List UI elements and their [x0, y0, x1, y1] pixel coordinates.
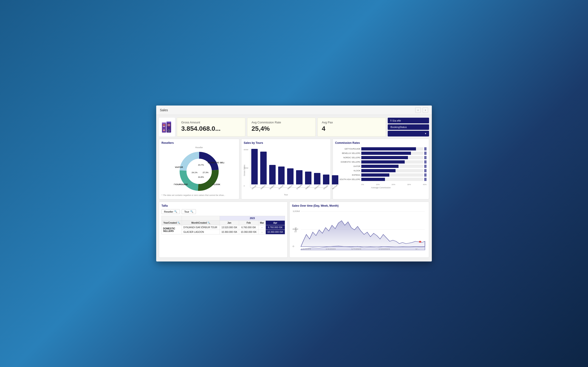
- jan-cell-2: 10.360.000 ISK: [220, 230, 239, 234]
- hbar-track: [361, 160, 423, 164]
- hbar-dot: [424, 165, 426, 168]
- hbar-fill: [361, 173, 389, 177]
- col-filter-year[interactable]: YearCreated 🔍: [162, 221, 182, 225]
- svg-rect-1: [162, 123, 166, 124]
- col-jan: Jan: [220, 221, 239, 225]
- hbar-row: BENELUX SELLERS: [335, 152, 426, 155]
- bar: [251, 149, 258, 184]
- hbar-dot: [424, 147, 426, 150]
- search-icon-reseller: 🔍: [174, 210, 177, 213]
- sia-eftir-label: Sía eftir: [392, 119, 401, 122]
- col-filter-month[interactable]: MonthCreated 🔍: [182, 221, 220, 225]
- bar: [260, 152, 267, 184]
- gross-amount-value: 3.854.068.0...: [181, 125, 241, 132]
- bar-col: GLACIER L...: [277, 149, 285, 187]
- table-row: DOMESTICSELLERS DYNJANDI ISAFJÖRÐUR TOUR…: [162, 225, 285, 230]
- nav-prev-button[interactable]: ‹: [415, 107, 421, 113]
- col-apr: Apr: [266, 221, 285, 225]
- hbar-row: NORDIC SELLERS: [335, 156, 426, 159]
- svg-text:24.1%: 24.1%: [191, 171, 198, 174]
- bar-col: SOUTH ICE...: [313, 149, 321, 187]
- col-mar: Mar: [258, 221, 266, 225]
- gross-amount-card: Gross Amount 3.854.068.0...: [177, 118, 245, 136]
- svg-rect-8: [167, 124, 170, 124]
- hbar-dot: [424, 152, 426, 155]
- data-table: 2023 YearCreated 🔍 MonthCreated 🔍 Jan Fe…: [162, 216, 285, 234]
- svg-text:1/1/2023: 1/1/2023: [301, 248, 311, 250]
- bar-col: REYKJANE...: [331, 149, 339, 187]
- kpi-filter: ℹ Sía eftir BookingStatus ▾: [388, 118, 429, 136]
- gross-amount-label: Gross Amount: [181, 121, 241, 124]
- table-title: Tafla: [162, 204, 285, 207]
- hbar-row: DOMESTIC SELLERS: [335, 160, 426, 164]
- tour-filter-label: Tour: [184, 210, 189, 213]
- svg-text:DOMESTIC SELL...: DOMESTIC SELL...: [208, 161, 225, 164]
- tour-filter-btn[interactable]: Tour 🔍: [182, 209, 196, 214]
- tour-cell-1: DYNJANDI ISAFJÖRÐUR TOUR: [182, 225, 220, 230]
- filter-dropdown[interactable]: ▾: [388, 131, 429, 136]
- table-filters: Reseller 🔍 Tour 🔍: [162, 209, 285, 214]
- svg-text:Sales: Sales: [294, 227, 297, 232]
- bar: [332, 175, 338, 184]
- bar: [323, 175, 330, 184]
- x-tick-20: 20%: [392, 184, 395, 186]
- jan-cell-1: 13.520.000 ISK: [220, 225, 239, 230]
- resellers-title: Resellers: [162, 141, 237, 144]
- line-chart-svg: 120M 60M 0 Sales: [292, 209, 426, 250]
- bar: [269, 165, 276, 184]
- reseller-filter-btn[interactable]: Reseller 🔍: [162, 209, 180, 214]
- hbar-fill: [361, 169, 396, 172]
- bars-container: GOLDER CI...NORTHER-...SNÆFELLS...GLACIE…: [250, 149, 327, 188]
- bar-col: NORTHER-...: [286, 149, 294, 187]
- reseller-donut-label: Reseller: [162, 146, 237, 149]
- hbar-fill: [361, 160, 405, 164]
- bar-col: GOLDEN CI...: [322, 149, 330, 187]
- svg-text:27.3%: 27.3%: [203, 171, 208, 174]
- resellers-chart-card: Resellers Reseller: [159, 139, 239, 199]
- kpi-icon-block: [159, 118, 175, 136]
- feb-cell-1: 6.760.000 ISK: [239, 225, 258, 230]
- sia-eftir-button[interactable]: ℹ Sía eftir: [388, 118, 429, 123]
- svg-point-12: [168, 130, 169, 131]
- svg-text:120M: 120M: [293, 210, 300, 212]
- avg-commission-value: 25,4%: [251, 125, 311, 132]
- mar-cell-1: -: [258, 225, 266, 230]
- window-title: Sales: [160, 108, 168, 112]
- svg-text:1/4/2023: 1/4/2023: [326, 248, 336, 250]
- hbar-track: [361, 156, 423, 159]
- kpi-row: Gross Amount 3.854.068.0... Avg Commissi…: [159, 118, 429, 136]
- x-tick-0: 0%: [361, 184, 364, 186]
- bar: [287, 168, 294, 184]
- commission-x-label: Average Commission: [335, 186, 426, 189]
- bar-col: NORTHER,...: [304, 149, 312, 187]
- y-tick-800: 800M: [244, 149, 248, 151]
- svg-rect-9: [167, 125, 170, 125]
- tour-cell-2: GLACIER LAGOON: [182, 230, 220, 234]
- sales-tours-chart-area: 800M 400M 0 Gross Sales GOLDER CI...NORT…: [244, 146, 328, 197]
- hbar-track: [361, 178, 423, 181]
- avg-pax-label: Avg Pax: [322, 121, 381, 124]
- x-tick-40: 40%: [423, 184, 426, 186]
- reseller-cell: DOMESTICSELLERS: [162, 225, 182, 234]
- dropdown-arrow-icon: ▾: [425, 132, 426, 135]
- binders-icon: [162, 121, 173, 133]
- booking-status-label: BookingStatus: [390, 126, 407, 128]
- bar-col: GOLDER CI...: [250, 149, 259, 187]
- svg-rect-2: [163, 124, 165, 125]
- x-tick-30: 30%: [407, 184, 411, 186]
- hbar-fill: [361, 178, 385, 181]
- bar: [314, 173, 321, 184]
- hbar-dot: [424, 173, 426, 177]
- resellers-chart-note: * The data set contains negative or zero…: [162, 194, 237, 196]
- svg-text:1/10/2023: 1/10/2023: [379, 248, 390, 250]
- svg-text:1/...: 1/...: [415, 248, 420, 250]
- svg-rect-10: [167, 126, 170, 126]
- svg-point-5: [163, 130, 165, 131]
- nav-next-button[interactable]: ›: [423, 107, 428, 113]
- sales-over-time-card: Sales Over time (Day, Week, Month) 120M …: [289, 202, 429, 258]
- svg-rect-7: [166, 122, 171, 123]
- svg-text:0: 0: [293, 245, 294, 248]
- booking-status-button[interactable]: BookingStatus: [388, 124, 429, 130]
- hbar-track: [361, 165, 423, 168]
- bar: [278, 167, 285, 184]
